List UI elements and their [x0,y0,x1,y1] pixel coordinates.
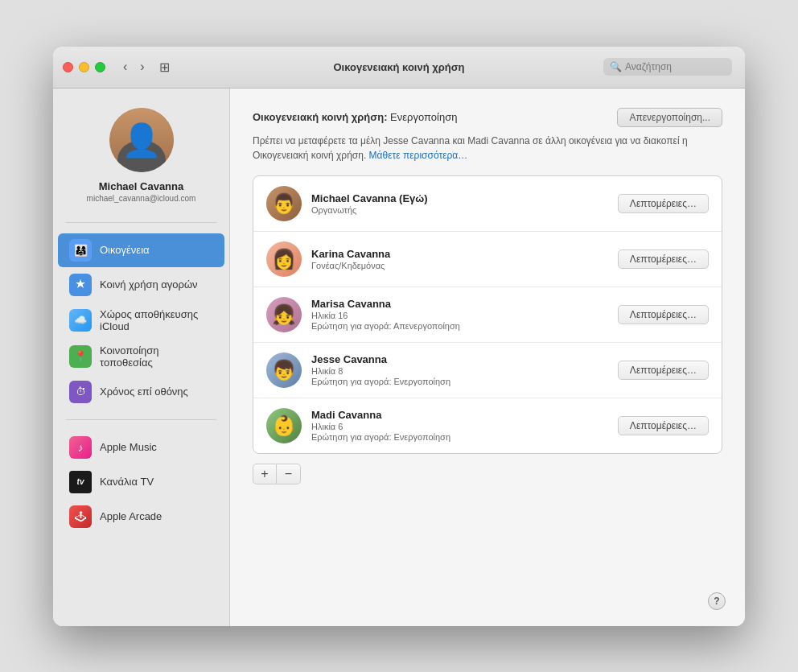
screentime-icon: ⏱ [69,381,92,403]
music-icon: ♪ [69,436,92,459]
member-info: Michael Cavanna (Εγώ) Οργανωτής [311,192,608,215]
avatar: 👦 [266,352,302,388]
remove-member-button[interactable]: − [277,464,301,484]
icloud-icon: ☁️ [69,309,92,332]
tv-icon: tv [69,471,92,493]
table-row: 👧 Marisa Cavanna Ηλικία 16 Ερώτηση για α… [253,287,722,343]
add-member-button[interactable]: + [253,464,277,484]
member-role: Ηλικία 16 [311,311,608,320]
avatar: 👧 [266,297,302,332]
member-role: Ηλικία 8 [311,366,608,376]
panel-description-text: Πρέπει να μεταφέρετε τα μέλη Jesse Cavan… [253,135,688,161]
details-button[interactable]: Λεπτομέρειες… [618,305,709,324]
table-row: 👨 Michael Cavanna (Εγώ) Οργανωτής Λεπτομ… [253,176,722,232]
panel-title-row: Οικογενειακή κοινή χρήση: Ενεργοποίηση Α… [253,108,722,127]
member-info: Jesse Cavanna Ηλικία 8 Ερώτηση για αγορά… [311,353,608,386]
search-box: 🔍 [603,58,732,76]
deactivate-button[interactable]: Απενεργοποίηση... [617,108,722,127]
forward-button[interactable]: › [135,58,149,76]
member-info: Marisa Cavanna Ηλικία 16 Ερώτηση για αγο… [311,298,608,331]
sidebar-item-location[interactable]: 📍 Κοινοποίηση τοποθεσίας [58,339,224,374]
panel-title-prefix: Οικογενειακή κοινή χρήση: [253,111,387,123]
sidebar-label-purchases: Κοινή χρήση αγορών [100,278,198,291]
sidebar-item-purchases[interactable]: Κοινή χρήση αγορών [58,268,224,302]
panel-title: Οικογενειακή κοινή χρήση: Ενεργοποίηση [253,111,457,123]
arcade-icon: 🕹 [69,505,92,528]
member-name: Marisa Cavanna [311,298,608,310]
details-button[interactable]: Λεπτομέρειες… [618,416,709,435]
sidebar-divider [66,222,216,223]
right-panel: Οικογενειακή κοινή χρήση: Ενεργοποίηση Α… [230,89,745,626]
member-sub: Ερώτηση για αγορά: Ενεργοποίηση [311,377,608,386]
details-button[interactable]: Λεπτομέρειες… [618,249,709,269]
panel-title-status: Ενεργοποίηση [390,111,457,123]
sidebar-label-tv: Κανάλια TV [100,476,154,488]
profile-section: Michael Cavanna michael_cavanna@icloud.c… [53,89,229,216]
minimize-button[interactable] [79,62,89,72]
member-sub: Ερώτηση για αγορά: Απενεργοποίηση [311,321,608,331]
panel-header: Οικογενειακή κοινή χρήση: Ενεργοποίηση Α… [253,108,722,163]
sidebar-label-family: Οικογένεια [100,244,150,256]
sidebar-section-main: 👨‍👩‍👧 Οικογένεια Κοινή χρήση αγορών ☁️ [53,229,229,413]
member-name: Madi Cavanna [311,409,608,421]
add-remove-buttons: + − [253,464,722,484]
nav-buttons: ‹ › [118,58,150,76]
table-row: 👩 Karina Cavanna Γονέας/Κηδεμόνας Λεπτομ… [253,232,722,287]
sidebar-label-arcade: Apple Arcade [100,510,162,522]
sidebar-item-screentime[interactable]: ⏱ Χρόνος επί οθόνης [58,375,224,409]
profile-email: michael_cavanna@icloud.com [87,194,196,203]
help-button[interactable]: ? [708,592,726,610]
member-name: Jesse Cavanna [311,353,608,365]
search-input[interactable] [625,61,726,72]
details-button[interactable]: Λεπτομέρειες… [618,361,709,380]
avatar: 👨 [266,186,302,221]
grid-button[interactable]: ⊞ [153,58,176,76]
sidebar-item-music[interactable]: ♪ Apple Music [58,431,224,464]
sidebar-item-icloud[interactable]: ☁️ Χώρος αποθήκευσης iCloud [58,303,224,338]
panel-description: Πρέπει να μεταφέρετε τα μέλη Jesse Cavan… [253,134,722,163]
member-name: Michael Cavanna (Εγώ) [311,192,608,204]
avatar: 👶 [266,408,302,443]
appstore-icon [69,274,92,296]
main-content: Michael Cavanna michael_cavanna@icloud.c… [53,89,745,626]
location-icon: 📍 [69,345,92,368]
sidebar: Michael Cavanna michael_cavanna@icloud.c… [53,89,230,626]
traffic-lights [63,62,105,72]
avatar: 👩 [266,241,302,277]
sidebar-item-family[interactable]: 👨‍👩‍👧 Οικογένεια [58,233,224,267]
members-list: 👨 Michael Cavanna (Εγώ) Οργανωτής Λεπτομ… [253,175,722,454]
member-role: Ηλικία 6 [311,422,608,431]
member-sub: Ερώτηση για αγορά: Ενεργοποίηση [311,432,608,442]
member-name: Karina Cavanna [311,248,608,260]
avatar [109,108,174,172]
sidebar-divider-2 [66,419,216,420]
family-icon: 👨‍👩‍👧 [69,239,92,262]
sidebar-label-location: Κοινοποίηση τοποθεσίας [100,344,213,369]
title-bar: ‹ › ⊞ Οικογενειακή κοινή χρήση 🔍 [53,47,745,89]
learn-more-link[interactable]: Μάθετε περισσότερα… [369,150,468,161]
member-role: Γονέας/Κηδεμόνας [311,261,608,270]
sidebar-label-screentime: Χρόνος επί οθόνης [100,385,188,398]
member-role: Οργανωτής [311,205,608,215]
avatar-image [109,108,174,172]
maximize-button[interactable] [95,62,105,72]
profile-name: Michael Cavanna [99,180,184,192]
sidebar-item-arcade[interactable]: 🕹 Apple Arcade [58,500,224,534]
member-info: Madi Cavanna Ηλικία 6 Ερώτηση για αγορά:… [311,409,608,442]
back-button[interactable]: ‹ [118,58,132,76]
help-section: ? [708,592,726,610]
table-row: 👶 Madi Cavanna Ηλικία 6 Ερώτηση για αγορ… [253,398,722,453]
search-icon: 🔍 [610,61,622,72]
close-button[interactable] [63,62,73,72]
sidebar-label-icloud: Χώρος αποθήκευσης iCloud [100,308,213,332]
member-info: Karina Cavanna Γονέας/Κηδεμόνας [311,248,608,270]
details-button[interactable]: Λεπτομέρειες… [618,194,709,213]
sidebar-item-tv[interactable]: tv Κανάλια TV [58,465,224,499]
table-row: 👦 Jesse Cavanna Ηλικία 8 Ερώτηση για αγο… [253,343,722,398]
sidebar-section-apps: ♪ Apple Music tv Κανάλια TV 🕹 Apple Arca… [53,427,229,538]
sidebar-label-music: Apple Music [100,441,157,453]
window-title: Οικογενειακή κοινή χρήση [333,61,464,73]
